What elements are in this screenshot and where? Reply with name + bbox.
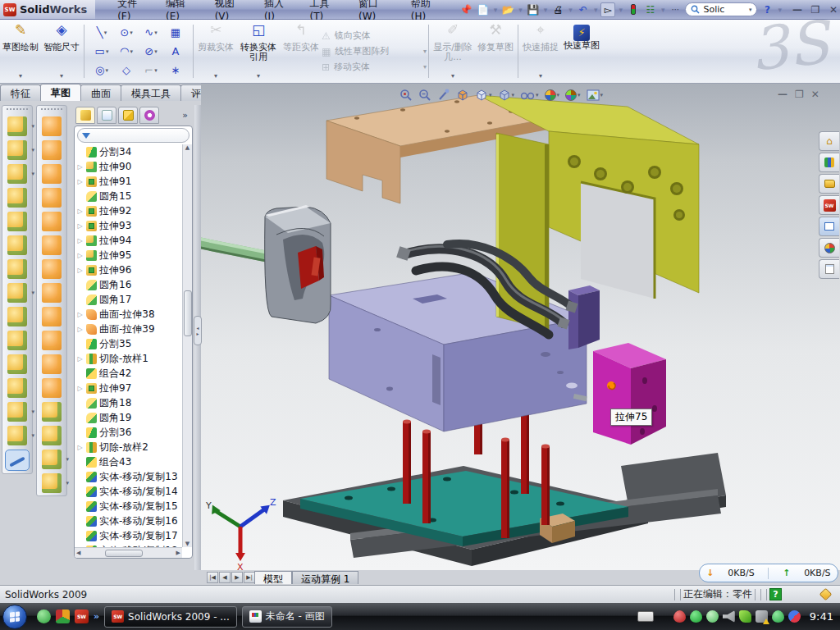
doc-restore-button[interactable]: ❐ [795, 89, 804, 100]
expand-arrow-icon[interactable]: ▷ [76, 252, 84, 259]
start-button[interactable] [2, 605, 27, 629]
zoom-to-fit-icon[interactable] [399, 89, 413, 102]
tree-item[interactable]: 实体-移动/复制14 [75, 484, 182, 499]
dropdown-arrow[interactable]: ▾ [60, 71, 63, 81]
convert-entities-button[interactable]: ◱ 转换实体引用 ▾ [236, 20, 281, 83]
taskbar-clock[interactable]: 9:41 [810, 610, 833, 623]
open-icon[interactable]: 📂 [500, 2, 515, 17]
task-pane-resources-tab[interactable] [819, 153, 839, 172]
dropdown-arrow[interactable]: ▾ [544, 6, 548, 14]
tray-protection-icon[interactable] [772, 610, 784, 623]
minimize-button[interactable]: — [791, 4, 804, 16]
extruded-cut-icon[interactable]: ▾ [7, 140, 27, 160]
filled-surface-icon[interactable] [42, 235, 62, 255]
scroll-down-arrow[interactable]: ▼ [185, 541, 189, 547]
task-pane-appearances-tab[interactable] [819, 238, 839, 258]
expand-arrow-icon[interactable]: ▷ [76, 267, 84, 274]
task-pane-design-library-tab[interactable] [819, 174, 839, 194]
extruded-boss-icon[interactable]: ▾ [7, 116, 27, 136]
scrollbar-thumb[interactable] [184, 290, 192, 336]
circle-icon[interactable]: ⊙▾ [114, 23, 139, 42]
previous-tab-button[interactable]: ◀ [219, 572, 231, 583]
toolbar-grip[interactable] [41, 108, 62, 111]
spline-icon[interactable]: ∿▾ [139, 23, 163, 42]
model-tab[interactable]: 模型 [254, 571, 292, 584]
tree-item[interactable]: 分割34 [75, 144, 182, 159]
tree-item[interactable]: ▷切除-放样1 [75, 351, 182, 366]
search-input[interactable]: Solic ▾ [685, 2, 757, 16]
tree-item[interactable]: 分割36 [75, 425, 182, 440]
motion-study-tab[interactable]: 运动算例 1 [292, 571, 358, 584]
tree-item[interactable]: 实体-移动/复制16 [75, 514, 182, 528]
helix-spline-icon[interactable]: ▾ [7, 426, 27, 445]
knit-surface-icon[interactable] [42, 307, 62, 326]
quick-launch-solidworks-icon[interactable]: SW [75, 609, 89, 623]
tree-item[interactable]: ▷拉伸93 [75, 218, 182, 233]
scroll-up-arrow[interactable]: ▲ [185, 144, 189, 151]
zoom-to-area-icon[interactable] [418, 89, 431, 102]
extruded-surface-icon[interactable] [42, 164, 62, 184]
tree-item[interactable]: ▷拉伸90 [75, 159, 182, 174]
tray-update-icon[interactable] [706, 610, 719, 623]
rebuild-icon[interactable] [626, 2, 641, 17]
tags-icon[interactable] [819, 588, 833, 601]
tree-item[interactable]: ▷拉伸92 [75, 203, 182, 218]
section-view-icon[interactable] [456, 89, 469, 102]
tree-item[interactable]: 实体-移动/复制13 [75, 469, 182, 484]
doc-minimize-button[interactable]: — [778, 89, 788, 100]
revolved-surface-icon[interactable] [42, 140, 62, 160]
measure-icon[interactable] [5, 450, 30, 471]
tray-volume-icon[interactable] [723, 610, 735, 623]
delete-face-icon[interactable] [42, 378, 62, 398]
rib-icon[interactable] [7, 307, 27, 326]
tree-item[interactable]: 实体-移动/复制17 [75, 528, 182, 543]
graphics-area[interactable]: Y Z X [201, 84, 840, 570]
tree-item[interactable]: 组合42 [75, 366, 182, 381]
reference-geometry-icon[interactable]: ▾ [42, 450, 62, 469]
scrollbar-thumb[interactable] [105, 550, 143, 557]
task-pane-view-palette-tab[interactable] [819, 217, 839, 236]
panel-overflow-button[interactable]: » [182, 110, 188, 121]
tab-surfaces[interactable]: 曲面 [80, 84, 121, 101]
dropdown-arrow[interactable]: ▾ [600, 92, 604, 98]
scroll-left-arrow[interactable]: ◀ [76, 550, 80, 556]
viewport-3d-model[interactable]: Y Z X [201, 84, 840, 570]
property-manager-tab[interactable] [97, 107, 116, 124]
last-tab-button[interactable]: ▶| [244, 572, 255, 583]
linear-pattern-icon[interactable]: ▾ [7, 283, 27, 303]
expand-arrow-icon[interactable]: ▷ [76, 163, 84, 171]
close-button[interactable]: ✕ [827, 4, 840, 16]
replace-face-icon[interactable] [42, 402, 62, 422]
tree-item[interactable]: ▷拉伸91 [75, 174, 182, 189]
mirror-icon[interactable] [7, 331, 27, 350]
tree-item[interactable]: 分割35 [75, 336, 182, 351]
thicken-icon[interactable] [42, 331, 62, 350]
trim-entities-button[interactable]: ✂ 剪裁实体 ▾ [195, 20, 236, 83]
tree-item[interactable]: ▷拉伸95 [75, 248, 182, 262]
tree-horizontal-scrollbar[interactable]: ◀▶ [75, 547, 182, 558]
tree-filter-input[interactable] [77, 128, 189, 143]
tree-item[interactable]: 圆角16 [75, 277, 182, 292]
quick-snaps-button[interactable]: ⌖ 快速捕捉 ▾ [520, 20, 561, 83]
undo-icon[interactable]: ↶ [576, 2, 591, 17]
dropdown-arrow[interactable]: ▾ [489, 92, 492, 98]
mirror-entities-button[interactable]: ⚠镜向实体 [322, 30, 427, 42]
swept-boss-icon[interactable] [7, 188, 27, 208]
dropdown-arrow[interactable]: ▾ [594, 6, 598, 14]
rectangle-icon[interactable]: ▭▾ [89, 42, 114, 61]
expand-arrow-icon[interactable]: ▷ [76, 326, 84, 333]
configuration-manager-tab[interactable] [118, 107, 138, 124]
tray-sync-icon[interactable] [739, 610, 751, 623]
tree-item[interactable]: 组合43 [75, 454, 182, 469]
expand-arrow-icon[interactable]: ▷ [76, 444, 84, 451]
orientation-triad[interactable]: Y Z X [205, 497, 276, 570]
quick-tips-icon[interactable]: ? [769, 588, 782, 600]
print-icon[interactable]: 🖨 [550, 2, 565, 17]
tab-sketch[interactable]: 草图 [40, 84, 81, 101]
tree-item[interactable]: ▷拉伸97 [75, 381, 182, 395]
dropdown-arrow[interactable]: ▾ [557, 92, 560, 98]
reference-geometry-icon[interactable]: ▾ [7, 402, 27, 422]
repair-sketch-button[interactable]: ⚒ 修复草图 [475, 20, 516, 83]
text-icon[interactable]: A [163, 42, 188, 61]
expand-arrow-icon[interactable]: ▷ [76, 385, 84, 392]
